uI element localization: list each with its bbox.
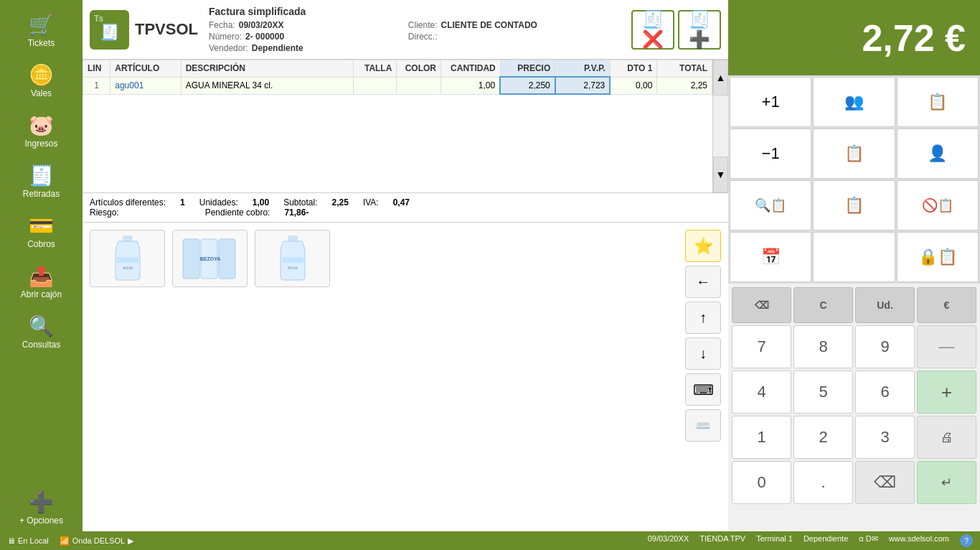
table-scroll-up-button[interactable]: ▲ <box>713 60 728 95</box>
product-img-3: AGUA <box>264 233 321 284</box>
num-2[interactable]: 2 <box>793 416 853 459</box>
unidades-label: Unidades: <box>199 197 238 208</box>
num-3[interactable]: 3 <box>855 416 915 459</box>
notes1-icon: 📋 <box>928 93 947 111</box>
bezoya-svg: BEZOYA <box>182 236 239 282</box>
clear-button[interactable]: C <box>793 287 853 323</box>
col-pvp: P.V.P. <box>555 60 611 78</box>
sidebar-item-abrir-cajon[interactable]: 📤 Abrir cajón <box>0 258 83 305</box>
num-0[interactable]: 0 <box>732 461 791 504</box>
cell-color <box>397 77 441 94</box>
num-8[interactable]: 8 <box>793 325 853 368</box>
euro-button[interactable]: € <box>917 287 976 323</box>
lock-button[interactable]: 🔒📋 <box>897 232 979 282</box>
cell-articulo: agu001 <box>110 77 181 94</box>
num-minus-label: — <box>939 337 955 356</box>
clients-icon: 👥 <box>844 93 864 111</box>
product-thumb-3[interactable]: AGUA <box>255 230 330 287</box>
num-dot[interactable]: . <box>793 461 853 504</box>
calendar-button[interactable]: 📅 <box>730 232 811 282</box>
calendar-icon: 📅 <box>761 248 781 266</box>
minus1-button[interactable]: −1 <box>730 129 811 179</box>
num-5[interactable]: 5 <box>793 370 853 414</box>
sidebar-consultas-label: Consultas <box>22 340 60 350</box>
table-row[interactable]: 1 agu001 AGUA MINERAL 34 cl. 1,00 2,250 … <box>83 77 712 94</box>
num-5-label: 5 <box>819 383 827 401</box>
total-amount: 2,72 € <box>862 17 966 60</box>
search-doc-button[interactable]: 🔍📋 <box>730 180 811 230</box>
notes1-button[interactable]: 📋 <box>897 77 979 127</box>
col-articulo: ARTÍCULO <box>110 60 181 78</box>
favorites-button[interactable]: ⭐ <box>685 230 721 262</box>
invoice-info: Factura simplificada Fecha: 09/03/20XX C… <box>209 6 631 53</box>
sidebar-item-ingresos[interactable]: 🐷 Ingresos <box>0 108 83 154</box>
addline-button[interactable]: 📋 <box>813 180 895 230</box>
num-6[interactable]: 6 <box>855 370 915 414</box>
navigate-back-button[interactable]: ← <box>685 266 721 298</box>
sidebar-item-tickets[interactable]: 🛒 Tickets <box>0 7 83 54</box>
iva-label: IVA: <box>363 197 379 208</box>
delete-invoice-button[interactable]: 🧾❌ <box>631 10 674 50</box>
vendedor-label: Vendedor: <box>209 43 248 53</box>
sidebar-item-opciones[interactable]: ➕ + Opciones <box>0 485 83 531</box>
product-thumb-2[interactable]: BEZOYA <box>172 230 248 287</box>
num-8-label: 8 <box>819 337 827 356</box>
table-scroll-down-button[interactable]: ▼ <box>713 157 728 192</box>
sidebar-tickets-label: Tickets <box>28 38 55 48</box>
col-dto1: DTO 1 <box>610 60 657 78</box>
units-button[interactable]: Ud. <box>855 287 915 323</box>
user-button[interactable]: 👤 <box>897 129 979 179</box>
num-plus[interactable]: + <box>917 370 976 414</box>
status-website: www.sdelsol.com <box>889 534 949 547</box>
vales-icon: 🪙 <box>29 63 54 87</box>
scroll-down-button[interactable]: ↓ <box>685 337 721 370</box>
num-9[interactable]: 9 <box>855 325 915 368</box>
sidebar-item-retiradas[interactable]: 🧾 Retiradas <box>0 158 83 205</box>
num-print[interactable]: 🖨 <box>917 416 976 459</box>
col-lin: LIN <box>83 60 110 78</box>
status-right: 09/03/20XX TIENDA TPV Terminal 1 Dependi… <box>648 534 973 547</box>
sidebar-item-consultas[interactable]: 🔍 Consultas <box>0 309 83 355</box>
keyboard2-button[interactable]: ⌨️ <box>685 409 721 442</box>
help-icon[interactable]: ? <box>960 534 973 547</box>
notes2-icon: 📋 <box>844 144 864 163</box>
add-invoice-button[interactable]: 🧾➕ <box>678 10 721 50</box>
num-backspace2[interactable]: ⌫ <box>855 461 915 504</box>
sidebar-item-cobros[interactable]: 💳 Cobros <box>0 208 83 255</box>
user-icon: 👤 <box>928 144 947 163</box>
cell-talla <box>354 77 397 94</box>
retiradas-icon: 🧾 <box>29 164 54 187</box>
num-7[interactable]: 7 <box>732 325 791 368</box>
num-4[interactable]: 4 <box>732 370 791 414</box>
sidebar-item-vales[interactable]: 🪙 Vales <box>0 57 83 104</box>
product-img-2: BEZOYA <box>182 233 239 284</box>
deleteline-button[interactable]: 🚫📋 <box>897 180 979 230</box>
sidebar-cajon-label: Abrir cajón <box>21 289 62 299</box>
scroll-up-button[interactable]: ↑ <box>685 302 721 334</box>
clients-button[interactable]: 👥 <box>813 77 895 127</box>
sidebar: 🛒 Tickets 🪙 Vales 🐷 Ingresos 🧾 Retiradas… <box>0 0 83 531</box>
svg-text:AGUA: AGUA <box>287 266 298 270</box>
logo-area: Ts 🧾 TPVSOL <box>90 10 198 50</box>
fecha-value: 09/03/20XX <box>239 20 284 30</box>
col-descripcion: DESCRIPCIÓN <box>181 60 354 78</box>
num-minus[interactable]: — <box>917 325 976 368</box>
keyboard-button[interactable]: ⌨ <box>685 373 721 406</box>
quick-actions-grid: +1 👥 📋 −1 📋 👤 🔍📋 📋 🚫📋 📅 <box>728 75 980 284</box>
cajon-icon: 📤 <box>29 264 54 288</box>
product-thumb-1[interactable]: AGUA <box>90 230 165 287</box>
num-enter[interactable]: ↵ <box>917 461 976 504</box>
notes2-button[interactable]: 📋 <box>813 129 895 179</box>
num-7-label: 7 <box>757 337 765 356</box>
sidebar-vales-label: Vales <box>31 88 52 98</box>
plus1-button[interactable]: +1 <box>730 77 811 127</box>
backspace-button[interactable]: ⌫ <box>732 287 791 323</box>
cliente-row: Cliente: CLIENTE DE CONTADO <box>408 20 631 30</box>
num-1[interactable]: 1 <box>732 416 791 459</box>
mode-label: En Local <box>18 536 49 545</box>
cell-total: 2,25 <box>657 77 712 94</box>
cell-dto1: 0,00 <box>610 77 657 94</box>
col-color: COLOR <box>397 60 441 78</box>
bottle-svg-2: AGUA <box>275 236 311 282</box>
product-action-buttons: ⭐ ← ↑ ↓ ⌨ ⌨️ <box>685 230 721 442</box>
